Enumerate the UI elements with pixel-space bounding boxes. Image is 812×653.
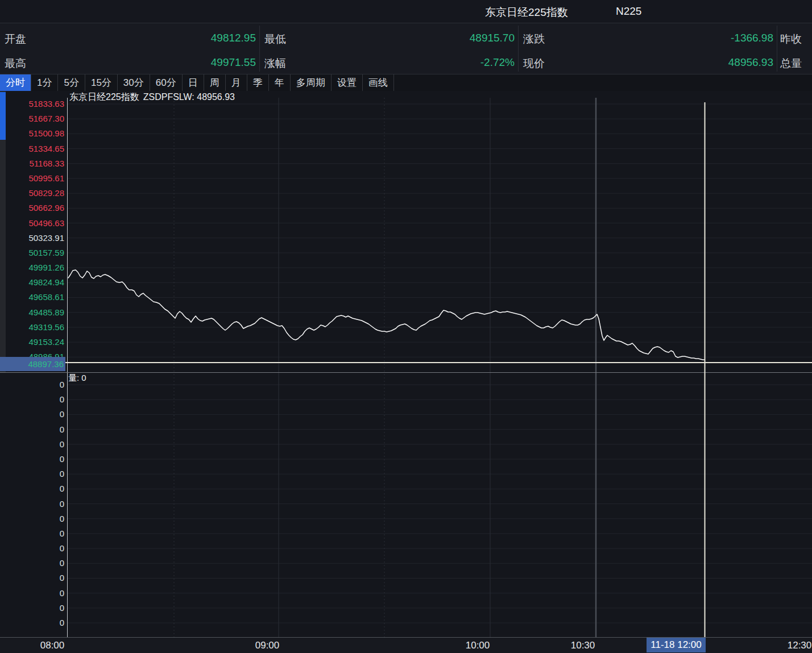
- header-divider: [777, 26, 777, 72]
- left-scrollbar[interactable]: [0, 91, 6, 372]
- quote-label: 最高: [5, 56, 26, 71]
- tab-period-14[interactable]: 画线: [363, 74, 394, 91]
- title-bar: 东京日经225指数 N225: [0, 0, 812, 23]
- quote-header: 开盘49812.95最低48915.70涨跌-1366.98昨收最高49971.…: [0, 23, 812, 74]
- tab-period-2[interactable]: 1分: [31, 74, 58, 91]
- quote-label: 现价: [523, 56, 545, 71]
- quote-value: -1366.98: [586, 32, 773, 44]
- tab-period-12[interactable]: 多周期: [291, 74, 332, 91]
- quote-value: 49812.95: [68, 32, 256, 44]
- header-divider: [259, 26, 260, 72]
- quote-label: 昨收: [780, 32, 802, 47]
- quote-label: 涨幅: [264, 56, 286, 71]
- instrument-symbol: N225: [616, 5, 641, 18]
- header-divider: [518, 26, 519, 72]
- quote-value: 48956.93: [586, 56, 773, 69]
- tab-period-9[interactable]: 月: [226, 74, 247, 91]
- tab-period-4[interactable]: 15分: [85, 74, 118, 91]
- tab-period-11[interactable]: 年: [269, 74, 291, 91]
- tab-period-1[interactable]: 分时: [0, 74, 31, 91]
- quote-value: -2.72%: [327, 56, 515, 69]
- scrollbar-thumb[interactable]: [0, 92, 6, 140]
- app-window: 东京日经225指数 N225 开盘49812.95最低48915.70涨跌-13…: [0, 0, 812, 653]
- chart-area[interactable]: [0, 91, 812, 638]
- tab-period-7[interactable]: 日: [183, 74, 204, 91]
- quote-label: 开盘: [5, 32, 26, 47]
- tab-period-6[interactable]: 60分: [150, 74, 183, 91]
- tab-period-3[interactable]: 5分: [58, 74, 85, 91]
- time-axis: [0, 638, 812, 653]
- quote-label: 总量: [780, 56, 802, 71]
- quote-value: 48915.70: [327, 32, 515, 44]
- tab-period-10[interactable]: 季: [247, 74, 269, 91]
- period-tab-bar: 分时1分5分15分30分60分日周月季年多周期设置画线: [0, 74, 812, 91]
- quote-value: 49971.55: [68, 56, 256, 69]
- tab-period-8[interactable]: 周: [204, 74, 226, 91]
- tab-period-13[interactable]: 设置: [332, 74, 363, 91]
- quote-label: 涨跌: [523, 32, 545, 47]
- quote-label: 最低: [264, 32, 286, 47]
- instrument-name: 东京日经225指数: [485, 5, 568, 20]
- tab-period-5[interactable]: 30分: [118, 74, 150, 91]
